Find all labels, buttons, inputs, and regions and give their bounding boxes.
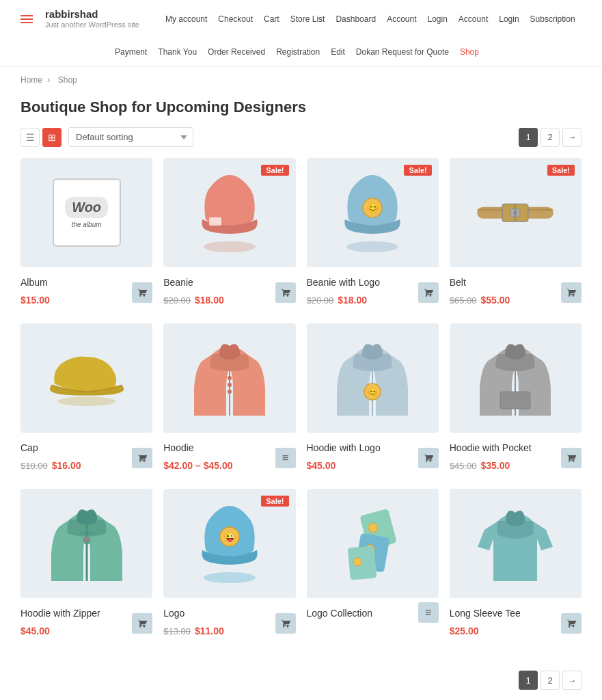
svg-point-13 <box>228 376 232 380</box>
select-options-button[interactable]: ≡ <box>275 448 296 468</box>
svg-point-10 <box>514 211 517 215</box>
site-name: rabbirshad <box>45 8 139 20</box>
breadcrumb-home[interactable]: Home <box>20 75 42 85</box>
product-image-hoodie[interactable] <box>163 323 295 433</box>
product-name: Belt <box>450 277 557 288</box>
list-view-button[interactable]: ☰ <box>20 128 40 147</box>
product-image-cap[interactable] <box>20 323 152 433</box>
sale-badge: Sale! <box>547 165 575 176</box>
grid-view-button[interactable]: ⊞ <box>42 128 61 147</box>
product-image-hoodie-logo[interactable]: 😊 <box>307 323 439 433</box>
product-price: $25.00 <box>450 625 557 636</box>
add-to-cart-button[interactable] <box>561 282 582 303</box>
svg-rect-20 <box>500 392 530 409</box>
add-to-cart-button[interactable] <box>275 613 296 634</box>
nav-account1[interactable]: Account <box>381 12 422 27</box>
svg-text:😊: 😊 <box>368 387 378 397</box>
product-name: Hoodie with Logo <box>307 442 414 453</box>
add-to-cart-button[interactable] <box>561 613 582 634</box>
nav-dashboard[interactable]: Dashboard <box>330 12 381 27</box>
site-tagline: Just another WordPress site <box>45 20 139 29</box>
sale-badge: Sale! <box>404 165 431 176</box>
product-image-belt[interactable]: Sale! <box>450 158 582 267</box>
svg-rect-31 <box>348 546 377 580</box>
product-logo-collection: Logo Collection ≡ <box>307 489 439 643</box>
product-price: $20.00 $18.00 <box>307 295 414 306</box>
product-image-beanie-logo[interactable]: Sale! 😊 <box>307 158 439 267</box>
nav-storelist[interactable]: Store List <box>285 12 331 27</box>
add-to-cart-button[interactable] <box>132 282 152 303</box>
breadcrumb-separator: › <box>47 75 50 85</box>
product-price: $42.00 – $45.00 <box>163 460 271 471</box>
product-hoodie: Hoodie $42.00 – $45.00 ≡ <box>163 323 295 478</box>
nav-checkout[interactable]: Checkout <box>213 12 258 27</box>
product-name: Album <box>20 277 128 288</box>
toolbar-pagination: 1 2 → <box>519 128 582 147</box>
header: rabbirshad Just another WordPress site M… <box>0 0 602 67</box>
product-hoodie-zipper: Hoodie with Zipper $45.00 <box>20 489 152 643</box>
sale-badge: Sale! <box>261 496 288 507</box>
svg-point-14 <box>228 383 232 387</box>
product-image-long-sleeve[interactable] <box>450 489 582 598</box>
page-1-button[interactable]: 1 <box>519 128 538 147</box>
product-long-sleeve: Long Sleeve Tee $25.00 <box>450 489 582 643</box>
page-bottom-next[interactable]: → <box>562 671 582 690</box>
page-bottom-2[interactable]: 2 <box>541 671 560 690</box>
product-name: Hoodie <box>163 442 271 453</box>
product-price: $20.00 $18.00 <box>163 295 271 306</box>
product-image-hoodie-zipper[interactable] <box>20 489 152 598</box>
page-next-button[interactable]: → <box>562 128 582 147</box>
product-grid: Woo the album Album $15.00 Sale! <box>0 158 602 664</box>
toolbar: ☰ ⊞ Default sorting Sort by popularity S… <box>0 127 602 158</box>
add-to-cart-button[interactable] <box>132 448 152 468</box>
nav-login1[interactable]: Login <box>422 12 452 27</box>
product-name: Logo Collection <box>307 608 414 619</box>
product-name: Hoodie with Pocket <box>450 442 557 453</box>
product-price: $45.00 <box>20 625 128 636</box>
page-title: Boutique Shop for Upcoming Designers <box>0 93 602 127</box>
select-options-button[interactable]: ≡ <box>418 602 439 623</box>
product-image-logo-collection[interactable] <box>307 489 439 598</box>
nav-myaccount[interactable]: My account <box>160 12 213 27</box>
product-hoodie-logo: 😊 Hoodie with Logo $45.00 <box>307 323 439 478</box>
nav-login2[interactable]: Login <box>493 12 524 27</box>
product-belt: Sale! Belt $65.00 $55.00 <box>450 158 582 312</box>
toolbar-left: ☰ ⊞ Default sorting Sort by popularity S… <box>20 127 193 147</box>
product-album: Woo the album Album $15.00 <box>20 158 152 312</box>
top-navigation: My account Checkout Cart Store List Dash… <box>160 12 581 27</box>
nav-shop[interactable]: Shop <box>454 44 484 59</box>
view-toggle: ☰ ⊞ <box>20 128 61 147</box>
nav-payment[interactable]: Payment <box>109 44 152 59</box>
add-to-cart-button[interactable] <box>275 282 296 303</box>
product-image-hoodie-pocket[interactable] <box>450 323 582 433</box>
product-cap: Cap $18.00 $16.00 <box>20 323 152 478</box>
product-name: Logo <box>163 608 271 619</box>
product-price: $18.00 $16.00 <box>20 460 128 471</box>
add-to-cart-button[interactable] <box>132 613 152 634</box>
breadcrumb: Home › Shop <box>0 67 602 93</box>
svg-point-0 <box>204 241 256 252</box>
nav-edit[interactable]: Edit <box>325 44 351 59</box>
sort-select[interactable]: Default sorting Sort by popularity Sort … <box>68 127 193 147</box>
nav-orderreceived[interactable]: Order Received <box>202 44 271 59</box>
nav-dokan[interactable]: Dokan Request for Quote <box>351 44 454 59</box>
product-name: Long Sleeve Tee <box>450 608 557 619</box>
product-image-beanie[interactable]: Sale! <box>163 158 295 267</box>
product-image-logo[interactable]: Sale! 😜 <box>163 489 295 598</box>
sale-badge: Sale! <box>261 165 288 176</box>
page-2-button[interactable]: 2 <box>541 128 560 147</box>
nav-subscription[interactable]: Subscription <box>525 12 581 27</box>
product-image-album[interactable]: Woo the album <box>20 158 152 267</box>
page-bottom-1[interactable]: 1 <box>519 671 538 690</box>
add-to-cart-button[interactable] <box>418 448 439 468</box>
nav-account2[interactable]: Account <box>453 12 493 27</box>
product-price: $45.00 $35.00 <box>450 460 557 471</box>
product-logo: Sale! 😜 Logo $13.00 $11.00 <box>163 489 295 643</box>
add-to-cart-button[interactable] <box>561 448 582 468</box>
nav-cart[interactable]: Cart <box>258 12 285 27</box>
product-price: $65.00 $55.00 <box>450 295 557 306</box>
add-to-cart-button[interactable] <box>418 282 439 303</box>
nav-thankyou[interactable]: Thank You <box>152 44 202 59</box>
hamburger-menu[interactable] <box>20 15 33 23</box>
nav-registration[interactable]: Registration <box>271 44 325 59</box>
